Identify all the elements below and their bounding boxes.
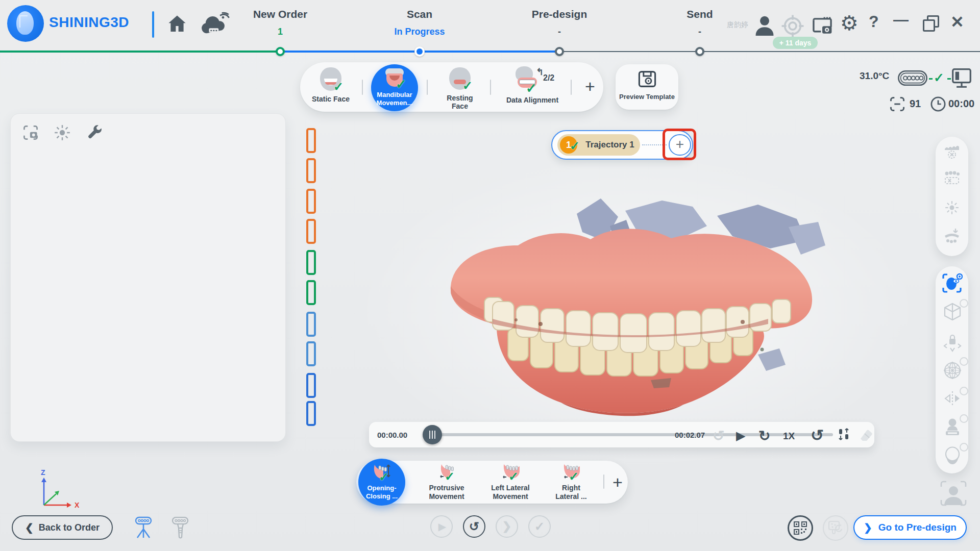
eraser-icon[interactable] — [859, 428, 874, 442]
axis-x-label: X — [75, 501, 79, 509]
tab-mandibular-label-2: Movemen... — [371, 99, 418, 107]
stage-bar-2 — [306, 158, 316, 183]
frame-count-value: 91 — [910, 98, 921, 110]
mesh-grid-clear-icon[interactable] — [943, 170, 961, 186]
user-icon[interactable] — [754, 14, 775, 37]
minimize-icon[interactable]: — — [893, 11, 909, 29]
avatar-placeholder[interactable] — [939, 480, 968, 507]
mirror-view-icon[interactable] — [943, 390, 962, 407]
cube-view-icon[interactable] — [943, 302, 962, 321]
tab-separator — [490, 80, 491, 95]
step-new-order-status: 1 — [229, 27, 331, 37]
go-to-pre-design-button[interactable]: ❯ Go to Pre-design — [853, 515, 967, 540]
user-name: 唐韵婷 — [727, 20, 748, 30]
back-to-order-label: Back to Order — [39, 522, 100, 533]
face-outline-radio[interactable] — [960, 443, 968, 452]
progress-marker-new-order — [276, 47, 285, 56]
calibration-refresh-button[interactable] — [823, 515, 848, 541]
scanner-device-icon — [897, 68, 928, 88]
stage-bar-5 — [306, 250, 316, 275]
tab-right-lateral-label-1: Right — [542, 484, 600, 492]
tab-static-face[interactable]: ✓ Static Face — [308, 65, 354, 109]
play-icon[interactable]: ▶ — [736, 429, 745, 443]
stage-bar-7 — [306, 312, 316, 337]
trajectory-label: Trajectory 1 — [582, 140, 638, 150]
handheld-scanner-icon[interactable] — [169, 515, 191, 541]
cloud-upload-icon[interactable] — [200, 9, 230, 37]
texture-brightness-icon[interactable] — [944, 200, 960, 215]
bust-view-icon[interactable] — [943, 417, 962, 437]
restore-window-icon[interactable] — [923, 15, 939, 32]
back-to-order-button[interactable]: ❮ Back to Order — [12, 515, 113, 540]
record-confirm-button[interactable]: ✓ — [528, 515, 551, 538]
calibration-target-icon[interactable] — [781, 14, 804, 38]
dental-scan-model[interactable] — [431, 196, 835, 436]
bust-view-radio[interactable] — [960, 414, 968, 423]
jaw-import-icon[interactable] — [943, 228, 961, 244]
step-pre-design-status: - — [508, 27, 610, 37]
progress-line-todo — [559, 51, 980, 52]
tab-protrusive-label-1: Protrusive — [416, 484, 477, 492]
tab-left-lateral[interactable]: ✓ Left Lateral Movement — [480, 463, 541, 502]
stage-bar-4 — [306, 219, 316, 244]
stage-bar-3 — [306, 189, 316, 214]
tab-protrusive-label-2: Movement — [416, 492, 477, 500]
tab-data-alignment[interactable]: ↰ 2/2 ✓ Data Alignment — [499, 65, 566, 109]
tab-data-alignment-label: Data Alignment — [494, 96, 571, 104]
app-logo — [7, 5, 44, 42]
replay-icon[interactable]: ↺ — [811, 426, 824, 445]
tab-opening-closing[interactable]: ✓ Opening- Closing ... — [358, 459, 405, 506]
playback-thumb[interactable] — [423, 425, 442, 444]
playback-track[interactable] — [433, 433, 833, 436]
capture-region-icon[interactable] — [22, 124, 39, 141]
playback-current-time: 00:00.00 — [377, 431, 407, 439]
mirror-view-radio[interactable] — [960, 387, 968, 395]
brightness-icon[interactable] — [54, 124, 70, 141]
close-icon[interactable]: ✕ — [950, 12, 964, 32]
tab-protrusive[interactable]: ✓ Protrusive Movement — [416, 463, 477, 502]
tab-resting-label-2: Face — [432, 102, 488, 110]
help-icon[interactable]: ? — [869, 12, 879, 31]
preview-template-button[interactable]: Preview Template — [616, 64, 678, 110]
mesh-sphere-radio[interactable] — [960, 357, 968, 366]
axis-z-label: Z — [41, 468, 45, 477]
occlusion-clearance-icon[interactable] — [943, 145, 961, 160]
anchor-lock-icon[interactable] — [943, 333, 962, 352]
qr-code-button[interactable] — [788, 515, 813, 541]
record-redo-button[interactable]: ↺ — [463, 515, 485, 538]
face-outline-view-icon[interactable] — [943, 446, 962, 465]
tab-mandibular-label-1: Mandibular — [371, 91, 418, 98]
home-icon[interactable] — [166, 13, 188, 35]
preview-template-icon — [638, 70, 656, 88]
axis-indicator: Z X — [30, 468, 86, 514]
data-alignment-arrow-icon: ↰ — [536, 66, 544, 78]
resting-face-check-icon: ✓ — [462, 79, 473, 93]
tab-resting-face[interactable]: ✓ Resting Face — [437, 65, 483, 109]
wrench-tool-icon[interactable] — [87, 124, 103, 141]
playback-speed[interactable]: 1X — [783, 431, 795, 442]
preview-template-label: Preview Template — [616, 93, 678, 101]
tab-separator — [427, 80, 428, 95]
add-movement-button[interactable]: + — [608, 472, 627, 492]
cube-view-radio[interactable] — [960, 299, 968, 308]
add-scan-button[interactable]: + — [580, 77, 600, 96]
settings-gear-icon[interactable]: ⚙ — [840, 11, 859, 35]
tab-separator — [362, 80, 363, 95]
record-play-button[interactable]: ▶ — [430, 515, 453, 538]
record-next-button[interactable]: ❯ — [496, 515, 518, 538]
left-lateral-check-icon: ✓ — [508, 469, 519, 484]
tripod-scanner-icon[interactable] — [133, 515, 154, 541]
tab-mandibular-movement[interactable]: ✓ Mandibular Movemen... — [371, 64, 418, 111]
step-scan-label: Scan — [369, 8, 471, 20]
tab-right-lateral[interactable]: ✓ Right Lateral ... — [542, 463, 600, 502]
playback-total-time: 00:02.07 — [675, 431, 705, 439]
step-back-icon[interactable]: ↺ — [713, 428, 724, 444]
step-scan-status: In Progress — [369, 27, 471, 37]
camera-preview-panel — [10, 113, 286, 442]
compare-split-icon[interactable] — [837, 428, 851, 442]
tab-left-lateral-label-2: Movement — [480, 492, 541, 500]
tab-opening-label-2: Closing ... — [358, 492, 405, 500]
face-focus-view-icon[interactable] — [941, 272, 963, 294]
step-forward-icon[interactable]: ↻ — [758, 428, 770, 444]
screenshot-window-icon[interactable] — [812, 15, 833, 36]
